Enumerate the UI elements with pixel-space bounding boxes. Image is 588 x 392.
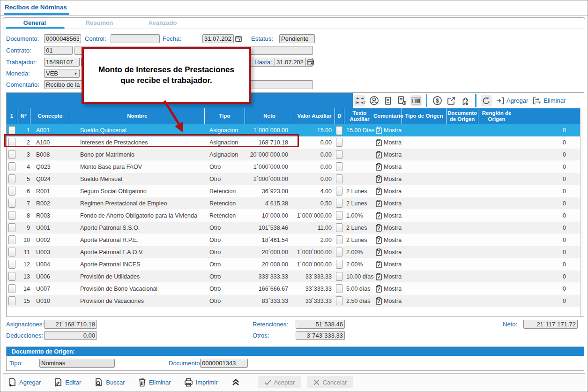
hasta-field[interactable] [275, 58, 306, 67]
d-checkbox[interactable] [336, 235, 342, 244]
row-select-checkbox[interactable] [8, 248, 15, 256]
d-checkbox[interactable] [336, 284, 342, 293]
mostrar-link[interactable]: Mostrar [375, 273, 402, 280]
d-checkbox[interactable] [336, 162, 342, 171]
mostrar-link[interactable]: Mostrar [375, 297, 402, 305]
d-checkbox[interactable] [336, 211, 342, 220]
mostrar-link[interactable]: Mostrar [375, 236, 402, 244]
estatus-field[interactable] [279, 34, 315, 43]
grid-agregar-button[interactable]: Agregar [495, 96, 528, 106]
d-checkbox[interactable] [336, 150, 342, 159]
column-header[interactable]: Texto Auxiliar [344, 108, 375, 124]
row-select-checkbox[interactable] [8, 150, 15, 159]
d-checkbox[interactable] [336, 187, 342, 196]
plugin-icon[interactable] [460, 95, 471, 106]
row-select-checkbox[interactable] [8, 272, 15, 281]
table-row[interactable]: 11U003Aporte Patronal F.A.O.V.Otro20´000… [7, 246, 580, 258]
table-row[interactable]: 7R002Regimen Prestacional de EmpleoReten… [7, 197, 580, 210]
column-header[interactable]: Concepto [30, 108, 70, 124]
row-select-checkbox[interactable] [8, 284, 15, 293]
d-checkbox[interactable] [336, 260, 342, 269]
mostrar-link[interactable]: Mostrar [375, 224, 402, 232]
table-row[interactable]: 12U004Aporte Patronal INCESOtro20´000.00… [7, 258, 580, 271]
table-row[interactable]: 1A001Sueldo QuincenalAsignacion1´000´000… [7, 124, 580, 136]
tab-resumen[interactable]: Resumen [74, 19, 125, 26]
table-row[interactable]: 8R003Fondo de Ahorro Obligatorio para la… [7, 210, 580, 222]
d-checkbox[interactable] [336, 223, 342, 232]
column-header[interactable]: 1 [7, 108, 17, 124]
control-field[interactable] [111, 34, 160, 43]
hasta-calendar-icon[interactable] [307, 58, 314, 66]
fecha-calendar-icon[interactable] [235, 35, 242, 43]
row-select-checkbox[interactable] [8, 138, 15, 147]
collapse-toolbar-icon[interactable] [231, 377, 241, 387]
mostrar-link[interactable]: Mostrar [375, 285, 402, 293]
agregar-button[interactable]: Agregar [7, 377, 41, 387]
d-checkbox[interactable] [336, 126, 342, 135]
column-header[interactable]: Valor Auxiliar [294, 108, 335, 124]
d-checkbox[interactable] [336, 272, 342, 281]
external-link-icon[interactable] [446, 95, 457, 106]
column-header[interactable]: Tipo [204, 108, 245, 124]
mostrar-link[interactable]: Mostrar [375, 212, 402, 219]
mostrar-link[interactable]: Mostrar [375, 139, 402, 146]
barcode-icon[interactable] [410, 95, 422, 106]
row-select-checkbox[interactable] [8, 126, 15, 135]
row-select-checkbox[interactable] [8, 174, 15, 183]
column-header[interactable]: Comentario [375, 108, 402, 124]
table-row[interactable]: 2A100Intereses de PrestacionesAsignacion… [7, 136, 580, 149]
column-header[interactable]: Documento de Origen [446, 108, 478, 124]
d-checkbox[interactable] [336, 248, 342, 256]
row-select-checkbox[interactable] [8, 199, 15, 208]
user-icon[interactable] [368, 95, 380, 106]
mostrar-link[interactable]: Mostrar [375, 249, 402, 256]
table-row[interactable]: 14U007Provisión de Bono VacacionalOtro16… [7, 283, 580, 295]
mostrar-link[interactable]: Mostrar [375, 261, 402, 268]
d-checkbox[interactable] [336, 296, 342, 305]
fecha-field[interactable] [202, 34, 234, 43]
trabajador-field[interactable] [44, 58, 80, 67]
table-row[interactable]: 6R001Seguro Social ObligatorioRetencion3… [7, 185, 580, 197]
mostrar-link[interactable]: Mostrar [375, 127, 402, 134]
mostrar-link[interactable]: Mostrar [375, 163, 402, 171]
column-header[interactable]: Neto [245, 108, 294, 124]
d-checkbox[interactable] [336, 174, 342, 183]
row-select-checkbox[interactable] [8, 211, 15, 220]
editar-button[interactable]: Editar [53, 377, 81, 387]
row-select-checkbox[interactable] [8, 187, 15, 196]
column-header[interactable]: D [335, 108, 344, 124]
mostrar-link[interactable]: Mostrar [375, 151, 402, 158]
column-header[interactable]: Tipo de Origen [402, 108, 446, 124]
buscar-button[interactable]: Buscar [94, 377, 125, 387]
table-row[interactable]: 13U006Provisión de UtilidadesOtro333´333… [7, 271, 580, 283]
refresh-icon[interactable] [481, 95, 492, 106]
row-select-checkbox[interactable] [8, 296, 15, 305]
vertical-scrollbar[interactable] [580, 108, 584, 317]
mostrar-link[interactable]: Mostrar [375, 188, 402, 195]
tab-general[interactable]: General [5, 19, 64, 26]
table-row[interactable]: 4Q023Monto Base para FAOVOtro1´000´000.0… [7, 161, 580, 173]
table-row[interactable]: 15U010Provisión de VacacionesOtro83´333.… [7, 295, 580, 307]
document-add-icon[interactable] [396, 95, 408, 106]
table-row[interactable]: 10U002Aporte Patronal R.P.E.Otro18´461.5… [7, 234, 580, 246]
row-select-checkbox[interactable] [8, 223, 15, 232]
table-row[interactable]: 5Q024Sueldo MensualOtro2´000´000.000.00M… [7, 173, 580, 185]
table-row[interactable]: 9U001Aporte Patronal S.S.O.Otro101´538.4… [7, 222, 580, 234]
d-checkbox[interactable] [336, 199, 342, 208]
currency-icon[interactable]: $ [432, 95, 443, 106]
mostrar-link[interactable]: Mostrar [375, 175, 402, 183]
column-resize-icon[interactable] [354, 95, 365, 106]
cancelar-button[interactable]: Cancelar [307, 376, 353, 388]
grid-eliminar-button[interactable]: Eliminar [532, 96, 566, 106]
column-header[interactable]: Nombre [70, 108, 204, 124]
row-select-checkbox[interactable] [8, 162, 15, 171]
row-select-checkbox[interactable] [8, 235, 15, 244]
imprimir-button[interactable]: Imprimir [184, 377, 218, 387]
mostrar-link[interactable]: Mostrar [375, 200, 402, 207]
tab-avanzado[interactable]: Avanzado [137, 19, 188, 26]
document-icon[interactable] [382, 95, 394, 106]
aceptar-button[interactable]: Aceptar [258, 376, 302, 388]
documento-field[interactable] [44, 34, 81, 43]
page-title[interactable]: Recibos de Nóminas [5, 4, 67, 11]
column-header[interactable]: Renglón de Origen [478, 108, 580, 124]
